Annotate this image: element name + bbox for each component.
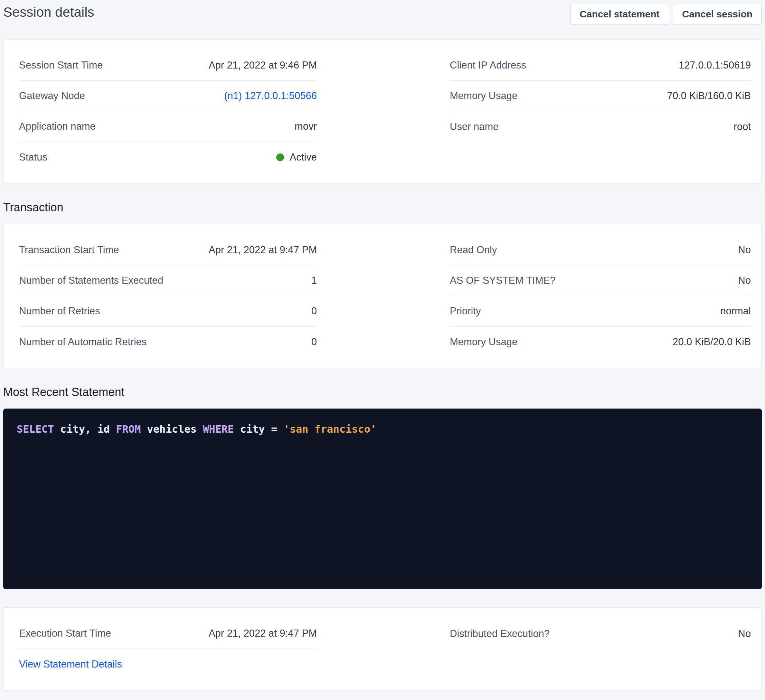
info-row-distributed-execution: Distributed Execution? No [450, 618, 751, 649]
page-title: Session details [3, 4, 94, 20]
row-label: Priority [450, 305, 481, 317]
sql-token-plain: vehicles [141, 423, 203, 435]
sql-token-plain: city = [234, 423, 283, 435]
row-label: Status [19, 152, 47, 163]
row-value: normal [720, 305, 751, 317]
row-value: 0 [311, 336, 317, 348]
row-value: Apr 21, 2022 at 9:47 PM [209, 244, 317, 256]
info-row-session-start-time: Session Start Time Apr 21, 2022 at 9:46 … [19, 50, 317, 81]
info-row-statements-executed: Number of Statements Executed 1 [19, 265, 317, 296]
execution-card-left-column: Execution Start Time Apr 21, 2022 at 9:4… [16, 618, 317, 680]
execution-card-right-column: Distributed Execution? No [450, 618, 751, 680]
sql-token-plain: city, id [54, 423, 116, 435]
row-label: Transaction Start Time [19, 244, 119, 256]
status-active-dot-icon [276, 154, 284, 161]
info-row-execution-start-time: Execution Start Time Apr 21, 2022 at 9:4… [19, 618, 317, 649]
row-label: Number of Retries [19, 305, 100, 317]
row-label: Execution Start Time [19, 628, 111, 639]
header-actions: Cancel statement Cancel session [570, 4, 762, 24]
row-label: Number of Statements Executed [19, 275, 163, 286]
info-row-application-name: Application name movr [19, 111, 317, 142]
row-label: Number of Automatic Retries [19, 336, 146, 348]
info-row-transaction-start-time: Transaction Start Time Apr 21, 2022 at 9… [19, 235, 317, 265]
row-label: Memory Usage [450, 90, 518, 102]
row-label: Read Only [450, 244, 497, 256]
row-value: Apr 21, 2022 at 9:47 PM [209, 628, 317, 639]
row-label: Session Start Time [19, 60, 103, 71]
view-statement-details-row: View Statement Details [19, 649, 317, 680]
transaction-heading: Transaction [3, 201, 762, 214]
session-details-page: Session details Cancel statement Cancel … [0, 0, 765, 691]
sql-statement: SELECT city, id FROM vehicles WHERE city… [17, 421, 748, 437]
row-label: Client IP Address [450, 60, 526, 71]
execution-card: Execution Start Time Apr 21, 2022 at 9:4… [3, 607, 762, 691]
status-text: Active [290, 152, 317, 163]
row-label: AS OF SYSTEM TIME? [450, 275, 556, 286]
status-badge: Active [276, 152, 317, 163]
row-value: 1 [311, 275, 317, 286]
session-card-right-column: Client IP Address 127.0.0.1:50619 Memory… [450, 50, 751, 173]
transaction-card: Transaction Start Time Apr 21, 2022 at 9… [3, 224, 762, 368]
row-label: User name [450, 121, 499, 133]
row-value: 20.0 KiB/20.0 KiB [672, 336, 751, 348]
row-value: Apr 21, 2022 at 9:46 PM [209, 60, 317, 71]
row-label: Gateway Node [19, 90, 85, 102]
info-row-gateway-node: Gateway Node (n1) 127.0.0.1:50566 [19, 81, 317, 111]
info-row-read-only: Read Only No [450, 235, 751, 265]
session-card-left-column: Session Start Time Apr 21, 2022 at 9:46 … [16, 50, 317, 173]
sql-code-block: SELECT city, id FROM vehicles WHERE city… [3, 408, 762, 589]
info-row-automatic-retries: Number of Automatic Retries 0 [19, 326, 317, 357]
most-recent-statement-heading: Most Recent Statement [3, 385, 762, 399]
row-label: Distributed Execution? [450, 628, 549, 640]
session-summary-card: Session Start Time Apr 21, 2022 at 9:46 … [3, 39, 762, 184]
row-label: Memory Usage [450, 336, 518, 348]
row-value: root [734, 121, 751, 133]
page-header: Session details Cancel statement Cancel … [0, 0, 765, 24]
info-row-transaction-memory-usage: Memory Usage 20.0 KiB/20.0 KiB [450, 326, 751, 357]
row-value: No [738, 275, 751, 286]
view-statement-details-link[interactable]: View Statement Details [19, 659, 122, 670]
row-value: No [738, 244, 751, 256]
info-row-client-ip: Client IP Address 127.0.0.1:50619 [450, 50, 751, 81]
info-row-number-of-retries: Number of Retries 0 [19, 296, 317, 326]
row-value: 70.0 KiB/160.0 KiB [667, 90, 751, 102]
info-row-as-of-system-time: AS OF SYSTEM TIME? No [450, 265, 751, 296]
info-row-status: Status Active [19, 142, 317, 173]
sql-token-string: 'san francisco' [283, 423, 376, 435]
row-value: No [738, 628, 751, 640]
sql-token-keyword: WHERE [203, 423, 234, 435]
row-value: 127.0.0.1:50619 [679, 60, 751, 71]
transaction-card-left-column: Transaction Start Time Apr 21, 2022 at 9… [16, 235, 317, 357]
row-label: Application name [19, 121, 96, 132]
gateway-node-link[interactable]: (n1) 127.0.0.1:50566 [224, 90, 317, 102]
info-row-user-name: User name root [450, 111, 751, 142]
sql-token-keyword: FROM [116, 423, 141, 435]
cancel-session-button[interactable]: Cancel session [673, 4, 762, 24]
info-row-memory-usage: Memory Usage 70.0 KiB/160.0 KiB [450, 81, 751, 111]
row-value: 0 [311, 305, 317, 317]
transaction-card-right-column: Read Only No AS OF SYSTEM TIME? No Prior… [450, 235, 751, 357]
cancel-statement-button[interactable]: Cancel statement [570, 4, 669, 24]
row-value: movr [294, 121, 317, 132]
info-row-priority: Priority normal [450, 296, 751, 326]
sql-token-keyword: SELECT [17, 423, 54, 435]
